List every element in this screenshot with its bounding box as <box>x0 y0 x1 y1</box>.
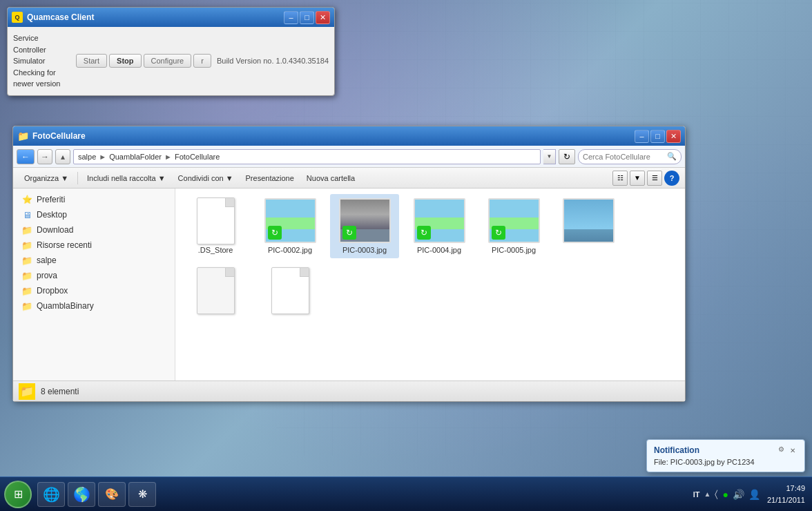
path-sep2: ► <box>164 153 172 161</box>
sidebar-scroll[interactable]: ⭐ Preferiti 🖥 Desktop 📁 Download 📁 Risor… <box>13 189 175 380</box>
file-item-pic0002[interactable]: ↻ PIC-0002.jpg <box>255 194 325 258</box>
start-button[interactable]: ⊞ <box>4 481 32 508</box>
explorer-main: ⭐ Preferiti 🖥 Desktop 📁 Download 📁 Risor… <box>13 189 685 380</box>
quamcase-label1: Service Controller Simulator <box>13 32 70 67</box>
pic0005-refresh-icon: ↻ <box>492 226 505 240</box>
taskbar-btn-2[interactable]: 🌎 <box>68 482 95 507</box>
file-item-partial1[interactable] <box>554 194 623 258</box>
file-label-pic0005: PIC-0005.jpg <box>492 246 536 254</box>
pic0005-thumbnail: ↻ <box>488 198 540 243</box>
file-item-pic0004[interactable]: ↻ PIC-0004.jpg <box>405 194 474 258</box>
condividi-arrow: ▼ <box>226 174 233 182</box>
sidebar-item-risorse[interactable]: 📁 Risorse recenti <box>13 238 175 253</box>
path-part1[interactable]: salpe <box>78 153 96 161</box>
quamcase-maximize-button[interactable]: □ <box>300 11 314 24</box>
file-item-pic0003[interactable]: ↻ PIC-0003.jpg <box>330 194 399 258</box>
help-button[interactable]: ? <box>664 171 679 186</box>
notification-close-button[interactable]: ✕ <box>788 445 798 455</box>
file-item-partial3[interactable] <box>255 264 325 320</box>
r-button[interactable]: r <box>193 54 211 68</box>
sidebar-item-quamblabinary[interactable]: 📁 QuamblaBinary <box>13 298 175 314</box>
quamcase-btn-group: Start Stop Configure r <box>76 54 211 68</box>
refresh-button[interactable]: ↻ <box>559 149 575 164</box>
nuova-cartella-button[interactable]: Nuova cartella <box>301 173 360 184</box>
address-dropdown[interactable]: ▼ <box>543 149 556 164</box>
explorer-maximize-button[interactable]: □ <box>650 130 665 143</box>
stop-button[interactable]: Stop <box>109 54 141 68</box>
search-icon[interactable]: 🔍 <box>667 152 677 161</box>
view-icon-button[interactable]: ☷ <box>612 171 628 186</box>
notification-popup: Notification ⚙ ✕ File: PIC-0003.jpg by P… <box>646 439 805 472</box>
organizza-button[interactable]: Organizza ▼ <box>19 173 74 184</box>
search-input[interactable] <box>583 153 667 161</box>
file-item-pic0005[interactable]: ↻ PIC-0005.jpg <box>479 194 548 258</box>
explorer-toolbar: Organizza ▼ Includi nella raccolta ▼ Con… <box>13 168 685 189</box>
sidebar-item-salpe[interactable]: 📁 salpe <box>13 253 175 268</box>
path-part3[interactable]: FotoCellulare <box>175 153 220 161</box>
partial1-photo <box>563 198 615 243</box>
presentazione-button[interactable]: Presentazione <box>240 173 300 184</box>
quamcase-minimize-button[interactable]: – <box>284 11 298 24</box>
address-path[interactable]: salpe ► QuamblaFolder ► FotoCellulare <box>73 149 541 164</box>
notification-settings-icon[interactable]: ⚙ <box>778 445 788 455</box>
taskbar-btn-1[interactable]: 🌐 <box>37 482 65 507</box>
wifi-icon: ● <box>722 489 728 500</box>
view-dropdown-button[interactable]: ▼ <box>630 171 645 186</box>
explorer-win-controls: – □ ✕ <box>635 130 681 143</box>
doc-icon-dsstore <box>197 197 235 244</box>
partial1-thumbnail <box>563 198 615 243</box>
pic0004-photo: ↻ <box>414 198 465 243</box>
search-box: 🔍 <box>578 149 682 164</box>
quamcase-body: Service Controller Simulator Checking fo… <box>8 27 334 95</box>
explorer-titlebar: 📁 FotoCellulare – □ ✕ <box>13 126 685 146</box>
file-item-partial2[interactable] <box>181 264 250 320</box>
explorer-files[interactable]: .DS_Store ↻ PIC-0002.jpg <box>175 189 685 380</box>
condividi-button[interactable]: Condividi con ▼ <box>173 173 239 184</box>
sidebar-item-desktop[interactable]: 🖥 Desktop <box>13 207 175 222</box>
status-folder-icon: 📁 <box>19 383 35 400</box>
network-icon[interactable]: 〈 <box>715 488 718 500</box>
dsstore-thumbnail <box>190 198 242 243</box>
sidebar-item-prova[interactable]: 📁 prova <box>13 268 175 283</box>
quamcase-title: Quamcase Client <box>27 12 284 22</box>
taskbar-btn-3[interactable]: 🎨 <box>98 482 126 507</box>
includi-label: Includi nella raccolta <box>87 174 156 182</box>
quamcase-win-controls: – □ ✕ <box>284 11 330 24</box>
star-icon: ⭐ <box>21 194 32 205</box>
taskbar-btn-4[interactable]: ❋ <box>128 482 156 507</box>
start-button[interactable]: Start <box>76 54 107 68</box>
prova-folder-icon: 📁 <box>21 270 32 281</box>
sidebar-dropbox-label: Dropbox <box>37 286 68 296</box>
volume-icon[interactable]: 🔊 <box>733 489 744 500</box>
file-item-dsstore[interactable]: .DS_Store <box>181 194 250 258</box>
taskbar-sys: IT ▲ 〈 ● 🔊 👤 <box>689 488 764 500</box>
up-button[interactable]: ▴ <box>55 149 70 164</box>
includi-button[interactable]: Includi nella raccolta ▼ <box>81 173 171 184</box>
sidebar-item-download[interactable]: 📁 Download <box>13 222 175 238</box>
explorer-minimize-button[interactable]: – <box>635 130 649 143</box>
pic0005-photo: ↻ <box>488 198 540 243</box>
user-icon[interactable]: 👤 <box>748 489 760 500</box>
nuova-cartella-label: Nuova cartella <box>307 174 355 182</box>
view-layout-button[interactable]: ☰ <box>647 171 662 186</box>
organizza-arrow: ▼ <box>61 174 68 182</box>
sidebar-risorse-label: Risorse recenti <box>37 240 92 250</box>
pic0003-thumbnail: ↻ <box>339 198 391 243</box>
files-grid: .DS_Store ↻ PIC-0002.jpg <box>181 194 679 320</box>
clock-time: 17:49 <box>767 483 805 494</box>
pic0004-thumbnail: ↻ <box>414 198 465 243</box>
quamcase-label2: Checking for newer version <box>13 67 70 90</box>
sidebar-item-preferiti[interactable]: ⭐ Preferiti <box>13 192 175 207</box>
build-info: Build Version no. 1.0.4340.35184 <box>217 57 329 65</box>
toolbar-right: ☷ ▼ ☰ ? <box>612 171 679 186</box>
tray-arrow[interactable]: ▲ <box>704 490 711 498</box>
forward-button[interactable]: → <box>37 149 52 164</box>
configure-button[interactable]: Configure <box>144 54 192 68</box>
back-button[interactable]: ← <box>17 149 35 164</box>
sidebar-item-dropbox[interactable]: 📁 Dropbox <box>13 283 175 298</box>
explorer-close-button[interactable]: ✕ <box>666 130 681 143</box>
quamcase-close-button[interactable]: ✕ <box>316 11 330 24</box>
path-part2[interactable]: QuamblaFolder <box>109 153 162 161</box>
doc-icon-partial3 <box>271 267 309 314</box>
sidebar-salpe-label: salpe <box>37 256 57 265</box>
